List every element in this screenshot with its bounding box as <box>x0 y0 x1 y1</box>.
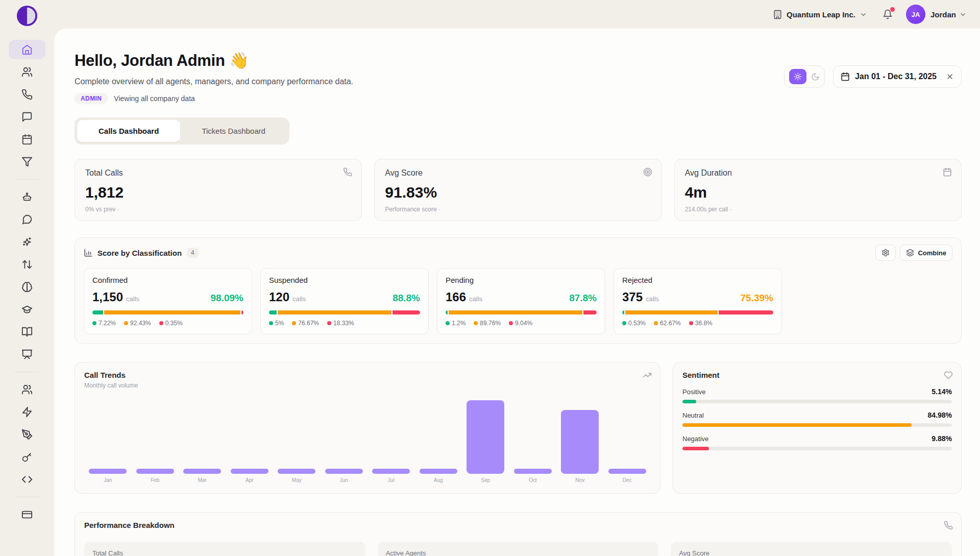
legend-item: 5% <box>269 320 284 327</box>
zap-icon <box>21 406 33 418</box>
sidebar-item-bot[interactable] <box>9 187 45 207</box>
header-controls: Jan 01 - Dec 31, 2025 <box>784 65 962 88</box>
calendar-icon <box>21 134 33 145</box>
legend-item: 7.22% <box>92 320 116 327</box>
bar-aug <box>420 469 457 474</box>
classification-name: Rejected <box>622 276 773 284</box>
sidebar-divider <box>15 179 39 180</box>
green-dot <box>446 321 450 325</box>
bar-column <box>368 396 415 474</box>
sentiment-row-neutral: Neutral84.98% <box>682 411 952 427</box>
bar-apr <box>231 469 268 474</box>
bar-chart-icon <box>84 248 93 257</box>
settings-button[interactable] <box>875 245 896 261</box>
sidebar-item-training[interactable] <box>9 300 45 319</box>
role-badge: ADMIN <box>75 93 108 104</box>
greeting-block: Hello, Jordan Admin 👋 Complete overview … <box>75 51 353 104</box>
sentiment-card: Sentiment Positive5.14% Neutral84.98% Ne… <box>673 362 962 494</box>
home-icon <box>21 44 33 55</box>
target-icon <box>643 167 652 177</box>
combine-button[interactable]: Combine <box>900 245 952 261</box>
layers-icon <box>906 249 914 257</box>
classification-score: 75.39% <box>741 293 773 304</box>
month-label: Oct <box>509 477 557 483</box>
bar-nov <box>561 410 599 474</box>
sidebar-item-library[interactable] <box>9 322 45 342</box>
call-trends-title: Call Trends <box>84 371 651 379</box>
clear-date-icon[interactable] <box>946 72 954 81</box>
code-icon <box>21 474 33 485</box>
month-label: Mar <box>179 477 226 483</box>
dashboard-tabs: Calls Dashboard Tickets Dashboard <box>75 117 289 144</box>
building-icon <box>773 10 782 19</box>
orange-dot <box>474 321 478 325</box>
sidebar-item-chat[interactable] <box>9 210 45 229</box>
bar-jul <box>372 469 410 474</box>
stat-card-total-calls: Total Calls 1,812 0% vs prev · <box>75 159 362 221</box>
pen-tool-icon <box>21 429 33 440</box>
light-mode-button[interactable] <box>789 69 806 84</box>
classification-legend: 5% 76.67% 18.33% <box>269 320 420 327</box>
tab-tickets-dashboard[interactable]: Tickets Dashboard <box>180 120 287 142</box>
sidebar-item-messages[interactable] <box>9 107 45 127</box>
notification-dot <box>890 7 895 12</box>
company-selector[interactable]: Quantum Leap Inc. <box>773 10 867 19</box>
heart-icon <box>944 371 953 380</box>
user-name: Jordan <box>930 10 956 19</box>
sidebar-item-home[interactable] <box>9 40 45 59</box>
sidebar-item-transfers[interactable] <box>9 255 45 274</box>
sidebar <box>0 0 54 556</box>
sidebar-item-filters[interactable] <box>9 152 45 172</box>
trending-up-icon <box>643 371 652 380</box>
date-range-picker[interactable]: Jan 01 - Dec 31, 2025 <box>833 65 962 88</box>
sidebar-item-access[interactable] <box>9 447 45 467</box>
performance-card-label: Avg Score <box>679 549 944 556</box>
users-icon <box>21 66 33 78</box>
sentiment-rows: Positive5.14% Neutral84.98% Negative9.88… <box>682 388 952 450</box>
performance-card-total-calls: Total Calls <box>84 542 365 556</box>
sentiment-bar <box>682 423 952 427</box>
bar-sep <box>467 400 504 474</box>
month-label: Dec <box>604 477 651 483</box>
sidebar-item-users[interactable] <box>9 62 45 82</box>
sidebar-item-calls[interactable] <box>9 85 45 104</box>
stat-value: 91.83% <box>385 184 651 201</box>
arrows-up-down-icon <box>21 259 33 270</box>
month-label: Nov <box>556 477 604 483</box>
performance-card-label: Total Calls <box>92 549 357 556</box>
stat-value: 1,812 <box>85 184 351 201</box>
sidebar-item-intelligence[interactable] <box>9 277 45 297</box>
sidebar-item-billing[interactable] <box>9 505 45 524</box>
classification-calls: 1,150 <box>92 290 123 304</box>
stat-card-avg-duration: Avg Duration 4m 214.00s per call · <box>674 159 962 221</box>
call-trends-subtitle: Monthly call volume <box>84 382 651 389</box>
classification-card-rejected: Rejected 375 calls 75.39% 0.53% 62.67% 3… <box>614 268 782 334</box>
bar-column <box>604 396 651 474</box>
sidebar-item-developer[interactable] <box>9 470 45 489</box>
avatar[interactable]: JA <box>906 5 925 24</box>
sidebar-item-calendar[interactable] <box>9 130 45 149</box>
sidebar-item-automations[interactable] <box>9 402 45 422</box>
sidebar-item-team[interactable] <box>9 380 45 399</box>
user-menu[interactable]: Jordan <box>930 10 967 19</box>
legend-item: 92.43% <box>124 320 151 327</box>
gear-icon <box>881 249 890 257</box>
dark-mode-button[interactable] <box>811 72 820 81</box>
classification-name: Confirmed <box>92 276 243 284</box>
sidebar-item-presentation[interactable] <box>9 345 45 364</box>
page-header: Hello, Jordan Admin 👋 Complete overview … <box>75 51 962 104</box>
performance-card-avg-score: Avg Score <box>671 542 952 556</box>
legend-item: 89.76% <box>474 320 501 327</box>
role-row: ADMIN Viewing all company data <box>75 93 353 104</box>
phone-icon <box>343 167 352 177</box>
orange-dot <box>292 321 296 325</box>
notifications-button[interactable] <box>883 9 893 19</box>
sidebar-item-ai[interactable] <box>9 232 45 252</box>
tab-calls-dashboard[interactable]: Calls Dashboard <box>77 120 180 142</box>
bar-column <box>321 396 368 474</box>
classification-score: 98.09% <box>211 293 243 304</box>
classification-card-suspended: Suspended 120 calls 88.8% 5% 76.67% 18.3… <box>260 268 429 334</box>
sidebar-item-design[interactable] <box>9 425 45 444</box>
bar-column <box>556 396 604 474</box>
chevron-down-icon <box>959 11 967 18</box>
